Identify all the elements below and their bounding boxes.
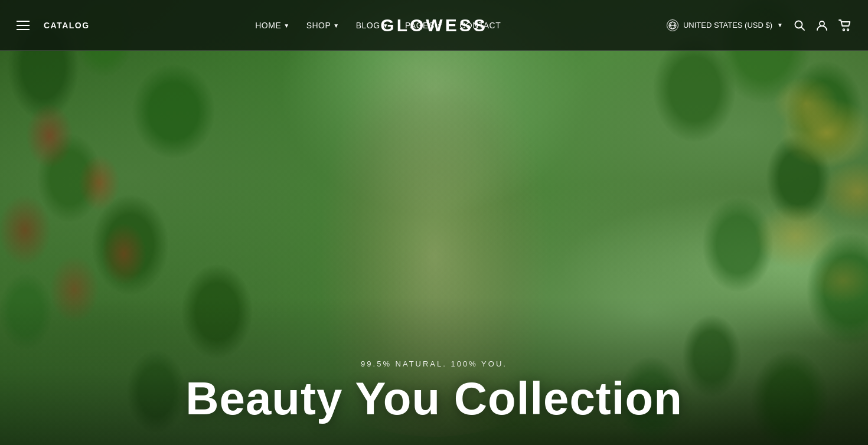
catalog-link[interactable]: CATALOG bbox=[44, 21, 90, 30]
currency-label: UNITED STATES (USD $) bbox=[683, 21, 772, 30]
hero-section: 99.5% NATURAL. 100% YOU. Beauty You Coll… bbox=[0, 0, 868, 445]
chevron-down-icon: ▼ bbox=[777, 22, 783, 28]
nav-shop[interactable]: SHOP ▼ bbox=[306, 21, 340, 30]
hero-content: 99.5% NATURAL. 100% YOU. Beauty You Coll… bbox=[0, 359, 868, 421]
chevron-down-icon: ▼ bbox=[333, 22, 339, 29]
header-right: UNITED STATES (USD $) ▼ bbox=[667, 19, 851, 31]
currency-selector[interactable]: UNITED STATES (USD $) ▼ bbox=[667, 19, 783, 31]
svg-point-7 bbox=[847, 29, 849, 31]
hero-tagline: 99.5% NATURAL. 100% YOU. bbox=[0, 359, 868, 368]
svg-point-5 bbox=[820, 21, 824, 26]
site-logo[interactable]: GLOWESS bbox=[380, 15, 487, 35]
hamburger-menu-icon[interactable] bbox=[17, 21, 30, 30]
svg-line-4 bbox=[801, 27, 804, 30]
globe-icon bbox=[667, 19, 678, 31]
hero-title: Beauty You Collection bbox=[0, 375, 868, 421]
header-left: CATALOG bbox=[17, 21, 90, 30]
header: CATALOG HOME ▼ SHOP ▼ BLOG ▼ PAGES ▼ CON… bbox=[0, 0, 868, 51]
cart-button[interactable] bbox=[838, 19, 851, 31]
search-button[interactable] bbox=[794, 19, 805, 31]
svg-point-6 bbox=[843, 29, 844, 31]
autumn-leaves-left bbox=[0, 89, 165, 325]
chevron-down-icon: ▼ bbox=[283, 22, 289, 29]
account-button[interactable] bbox=[816, 19, 828, 31]
nav-home[interactable]: HOME ▼ bbox=[255, 21, 289, 30]
